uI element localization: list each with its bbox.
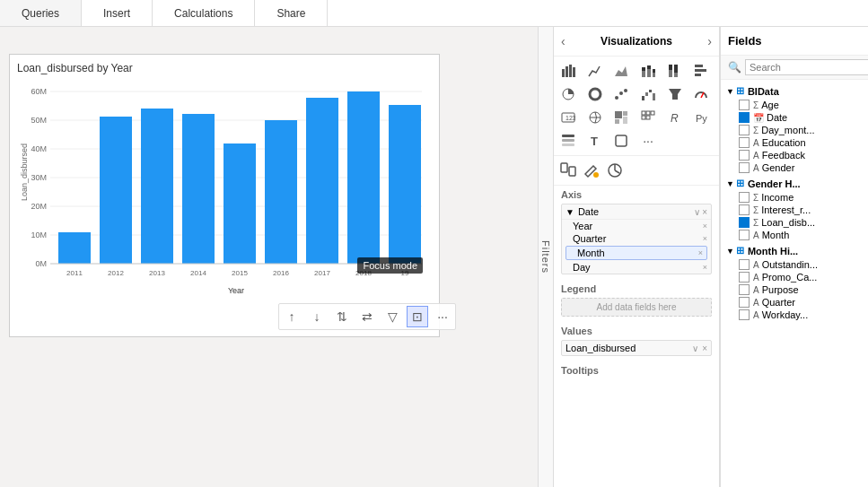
viz-funnel-icon[interactable]: [664, 83, 686, 105]
svg-text:2011: 2011: [66, 269, 83, 277]
viz-python-icon[interactable]: Py: [690, 107, 712, 128]
viz-analytics-icon[interactable]: [604, 160, 626, 181]
svg-rect-50: [695, 65, 703, 67]
month-checkbox[interactable]: [739, 230, 750, 240]
date-dropdown-icon[interactable]: ∨: [694, 207, 700, 217]
field-item-outstanding: A Outstandin...: [724, 258, 864, 271]
viz-scatter-icon[interactable]: [610, 83, 632, 105]
age-checkbox[interactable]: [739, 100, 750, 110]
svg-rect-19: [224, 143, 256, 264]
svg-rect-21: [306, 98, 338, 264]
svg-point-57: [619, 91, 623, 95]
viz-slicer-icon[interactable]: [557, 130, 579, 152]
legend-placeholder[interactable]: Add data fields here: [561, 298, 712, 317]
month-close-icon[interactable]: ×: [698, 248, 703, 257]
viz-shape-icon[interactable]: [610, 130, 632, 152]
viz-panel-back[interactable]: ‹: [561, 34, 566, 48]
viz-treemap-icon[interactable]: [610, 107, 632, 128]
tab-insert[interactable]: Insert: [82, 0, 153, 26]
loan-disbursed-value-field[interactable]: Loan_disbursed ∨ ×: [561, 340, 712, 356]
interest-checkbox[interactable]: [739, 204, 750, 215]
sort-asc-button[interactable]: ↑: [281, 306, 302, 327]
svg-text:2012: 2012: [108, 269, 124, 277]
promo-label: Promo_Ca...: [762, 272, 863, 283]
svg-text:Loan_disbursed: Loan_disbursed: [20, 143, 29, 201]
year-close-icon[interactable]: ×: [703, 222, 707, 230]
viz-stacked-bar-icon[interactable]: [637, 60, 659, 82]
viz-100-stacked-icon[interactable]: [664, 60, 686, 82]
sort-both-button[interactable]: ⇅: [331, 306, 353, 327]
viz-more-icon[interactable]: ···: [637, 130, 659, 152]
field-item-purpose: A Purpose: [724, 283, 864, 296]
canvas-area: Loan_disbursed by Year 60M 50M 40M 30M 2…: [0, 27, 538, 487]
gender-checkbox[interactable]: [739, 162, 750, 173]
workday-label: Workday...: [762, 309, 863, 320]
sort-alpha-button[interactable]: ⇄: [356, 306, 378, 327]
bidata-group-header[interactable]: ▼ ⊞ BIData: [724, 83, 864, 99]
search-input[interactable]: [745, 59, 868, 75]
education-icon: A: [753, 138, 759, 148]
svg-rect-62: [653, 93, 655, 100]
date-field-group: ▼ Date ∨ × Year × Quarter × Month ×: [561, 204, 712, 274]
tab-calculations[interactable]: Calculations: [153, 0, 255, 26]
viz-card-icon[interactable]: 123: [557, 107, 579, 128]
quarter-close-icon[interactable]: ×: [703, 234, 707, 243]
gender-h-group-header[interactable]: ▼ ⊞ Gender H...: [724, 176, 864, 191]
outstanding-checkbox[interactable]: [739, 259, 750, 270]
chart-container: Loan_disbursed by Year 60M 50M 40M 30M 2…: [9, 54, 440, 337]
viz-matrix-icon[interactable]: [637, 107, 659, 128]
svg-rect-51: [695, 69, 706, 72]
svg-text:10M: 10M: [31, 230, 47, 239]
filter-button[interactable]: ▽: [381, 306, 403, 327]
education-label: Education: [762, 137, 863, 148]
svg-text:2017: 2017: [314, 269, 330, 277]
feedback-checkbox[interactable]: [739, 150, 750, 161]
date-close-icon[interactable]: ×: [702, 207, 707, 217]
svg-rect-16: [100, 117, 132, 264]
quarter-checkbox[interactable]: [739, 297, 750, 308]
month-hi-group-header[interactable]: ▼ ⊞ Month Hi...: [724, 243, 864, 258]
loan-dropdown-icon[interactable]: ∨: [692, 344, 698, 353]
tab-share[interactable]: Share: [255, 0, 328, 26]
viz-bar-chart-icon[interactable]: [557, 60, 579, 82]
svg-text:T: T: [591, 135, 598, 148]
svg-rect-59: [642, 96, 644, 100]
expand-button[interactable]: ⊡: [407, 306, 428, 327]
more-button[interactable]: ···: [432, 306, 453, 327]
svg-text:123: 123: [566, 115, 575, 121]
month-hi-toggle-icon: ▼: [726, 247, 734, 256]
sort-desc-button[interactable]: ↓: [306, 306, 328, 327]
viz-r-icon[interactable]: R: [664, 107, 686, 128]
viz-horizontal-bar-icon[interactable]: [690, 60, 712, 82]
tab-queries[interactable]: Queries: [0, 0, 82, 26]
svg-rect-43: [647, 65, 651, 69]
viz-waterfall-icon[interactable]: [637, 83, 659, 105]
day-month-checkbox[interactable]: [739, 125, 750, 135]
education-checkbox[interactable]: [739, 137, 750, 148]
svg-rect-80: [562, 135, 574, 137]
viz-pie-chart-icon[interactable]: [557, 83, 579, 105]
svg-text:20M: 20M: [31, 202, 47, 211]
promo-checkbox[interactable]: [739, 272, 750, 283]
workday-checkbox[interactable]: [739, 309, 750, 320]
filters-panel[interactable]: Filters: [538, 27, 554, 487]
viz-map-icon[interactable]: [584, 107, 606, 128]
outstanding-label: Outstandin...: [762, 259, 863, 270]
loan-disb-checkbox[interactable]: [739, 217, 750, 228]
viz-panel-forward[interactable]: ›: [707, 34, 712, 48]
viz-format-icon[interactable]: [557, 160, 579, 181]
viz-line-chart-icon[interactable]: [584, 60, 606, 82]
day-close-icon[interactable]: ×: [703, 263, 707, 272]
axis-section: Axis ▼ Date ∨ × Year × Quarter × Month: [554, 186, 719, 280]
quarter-label: Quarter: [573, 233, 703, 244]
viz-paint-icon[interactable]: [581, 160, 602, 181]
viz-donut-icon[interactable]: [584, 83, 606, 105]
loan-close-icon[interactable]: ×: [702, 344, 707, 353]
viz-gauge-icon[interactable]: [690, 83, 712, 105]
purpose-checkbox[interactable]: [739, 284, 750, 295]
date-checkbox[interactable]: [739, 112, 750, 123]
income-checkbox[interactable]: [739, 192, 750, 203]
viz-text-icon[interactable]: T: [584, 130, 606, 152]
svg-rect-37: [569, 65, 572, 77]
viz-area-chart-icon[interactable]: [610, 60, 632, 82]
